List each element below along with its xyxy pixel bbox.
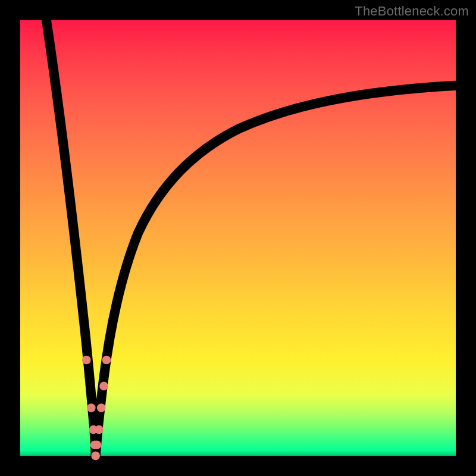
watermark-text: TheBottleneck.com [355, 4, 469, 19]
chart-frame: TheBottleneck.com [0, 0, 476, 476]
marker-dot [87, 403, 96, 412]
marker-dot [82, 356, 91, 365]
marker-layer [20, 20, 456, 456]
marker-dot [91, 452, 100, 461]
marker-dot [95, 425, 104, 434]
marker-dot [93, 440, 102, 449]
marker-dot [97, 403, 106, 412]
plot-area [20, 20, 456, 456]
marker-dot [99, 382, 108, 391]
marker-dot [102, 356, 111, 365]
